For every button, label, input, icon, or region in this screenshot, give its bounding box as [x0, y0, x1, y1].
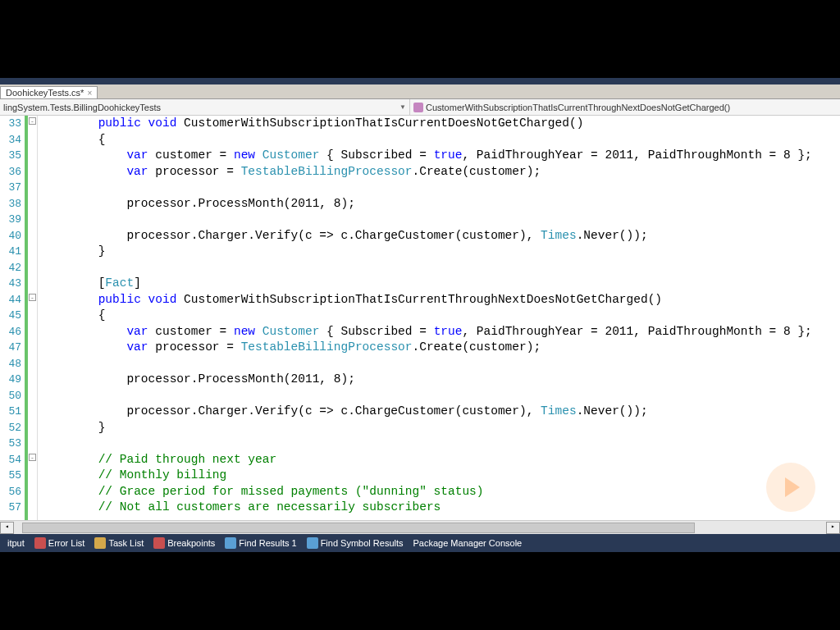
document-tab[interactable]: DoohickeyTests.cs* ×	[0, 86, 98, 98]
code-line[interactable]: processor.Charger.Verify(c => c.ChargeCu…	[41, 228, 840, 244]
document-tab-bar: DoohickeyTests.cs* ×	[0, 84, 840, 99]
code-line[interactable]: }	[41, 244, 840, 260]
outline-collapse-icon[interactable]: -	[29, 454, 36, 461]
symbol-icon	[307, 537, 318, 549]
line-number: 33	[0, 116, 21, 132]
line-number: 51	[0, 404, 21, 420]
line-number: 38	[0, 196, 21, 212]
line-number: 36	[0, 164, 21, 180]
line-number: 45	[0, 308, 21, 324]
code-line[interactable]	[41, 436, 840, 452]
navigation-bar: lingSystem.Tests.BillingDoohickeyTests ▼…	[0, 99, 840, 116]
output-tab[interactable]: itput	[3, 536, 29, 550]
line-number: 44	[0, 292, 21, 308]
code-line[interactable]: // Not all customers are necessarily sub…	[41, 500, 840, 516]
line-number: 50	[0, 388, 21, 404]
line-number: 47	[0, 340, 21, 356]
code-line[interactable]: [Fact]	[41, 276, 840, 292]
method-icon	[413, 103, 423, 112]
line-number: 49	[0, 372, 21, 388]
code-line[interactable]: processor.ProcessMonth(2011, 8);	[41, 372, 840, 388]
package-manager-tab[interactable]: Package Manager Console	[409, 536, 527, 550]
line-number: 53	[0, 436, 21, 452]
code-area[interactable]: public void CustomerWithSubscriptionThat…	[38, 116, 840, 520]
code-line[interactable]	[41, 180, 840, 196]
outlining-margin[interactable]: - - -	[28, 116, 38, 520]
code-line[interactable]: // Monthly billing	[41, 468, 840, 484]
code-line[interactable]: var processor = TestableBillingProcessor…	[41, 340, 840, 356]
error-list-tab[interactable]: Error List	[30, 536, 89, 550]
code-line[interactable]: processor.Charger.Verify(c => c.ChargeCu…	[41, 404, 840, 420]
outline-collapse-icon[interactable]: -	[29, 117, 36, 125]
member-dropdown[interactable]: CustomerWithSubscriptionThatIsCurrentThr…	[410, 99, 840, 115]
play-overlay-icon[interactable]	[766, 463, 815, 512]
code-line[interactable]: // Paid through next year	[41, 452, 840, 468]
title-bar	[0, 78, 840, 84]
code-line[interactable]: {	[41, 132, 840, 148]
code-line[interactable]: }	[41, 420, 840, 436]
code-line[interactable]: public void CustomerWithSubscriptionThat…	[41, 292, 840, 308]
tab-label: DoohickeyTests.cs*	[6, 88, 84, 98]
code-line[interactable]: var processor = TestableBillingProcessor…	[41, 164, 840, 180]
code-line[interactable]: processor.ProcessMonth(2011, 8);	[41, 196, 840, 212]
scroll-right-icon[interactable]: ▸	[826, 522, 840, 534]
line-number: 40	[0, 228, 21, 244]
tool-window-bar: itput Error List Task List Breakpoints F…	[0, 534, 840, 552]
code-line[interactable]	[41, 212, 840, 228]
code-editor[interactable]: 3334353637383940414243444546474849505152…	[0, 116, 840, 520]
line-number: 37	[0, 180, 21, 196]
line-number: 52	[0, 420, 21, 436]
find-results-tab[interactable]: Find Results 1	[221, 536, 300, 550]
code-line[interactable]: var customer = new Customer { Subscribed…	[41, 148, 840, 164]
line-number: 42	[0, 260, 21, 276]
find-symbol-tab[interactable]: Find Symbol Results	[303, 536, 408, 550]
line-number: 57	[0, 500, 21, 516]
line-number: 34	[0, 132, 21, 148]
line-number: 35	[0, 148, 21, 164]
class-dropdown-label: lingSystem.Tests.BillingDoohickeyTests	[3, 103, 161, 112]
breakpoint-icon	[153, 537, 165, 549]
class-dropdown[interactable]: lingSystem.Tests.BillingDoohickeyTests ▼	[0, 99, 410, 115]
line-number: 43	[0, 276, 21, 292]
line-number: 46	[0, 324, 21, 340]
member-dropdown-label: CustomerWithSubscriptionThatIsCurrentThr…	[426, 103, 730, 112]
code-line[interactable]: {	[41, 308, 840, 324]
horizontal-scrollbar[interactable]: ◂ ▸	[0, 520, 840, 534]
code-line[interactable]	[41, 260, 840, 276]
code-line[interactable]: // Grace period for missed payments ("du…	[41, 484, 840, 500]
code-line[interactable]: public void CustomerWithSubscriptionThat…	[41, 116, 840, 132]
line-number-gutter: 3334353637383940414243444546474849505152…	[0, 116, 25, 520]
task-list-tab[interactable]: Task List	[90, 536, 148, 550]
line-number: 41	[0, 244, 21, 260]
scroll-track[interactable]	[14, 522, 826, 534]
code-line[interactable]: var customer = new Customer { Subscribed…	[41, 324, 840, 340]
line-number: 56	[0, 484, 21, 500]
chevron-down-icon: ▼	[399, 103, 406, 111]
breakpoints-tab[interactable]: Breakpoints	[149, 536, 219, 550]
code-line[interactable]	[41, 356, 840, 372]
line-number: 55	[0, 468, 21, 484]
find-icon	[225, 537, 236, 549]
line-number: 39	[0, 212, 21, 228]
outline-collapse-icon[interactable]: -	[29, 294, 36, 301]
close-icon[interactable]: ×	[87, 89, 92, 98]
scroll-thumb[interactable]	[22, 523, 695, 533]
task-icon	[94, 537, 106, 549]
line-number: 54	[0, 452, 21, 468]
scroll-left-icon[interactable]: ◂	[0, 522, 14, 534]
error-icon	[34, 537, 46, 549]
code-line[interactable]	[41, 388, 840, 404]
line-number: 48	[0, 356, 21, 372]
